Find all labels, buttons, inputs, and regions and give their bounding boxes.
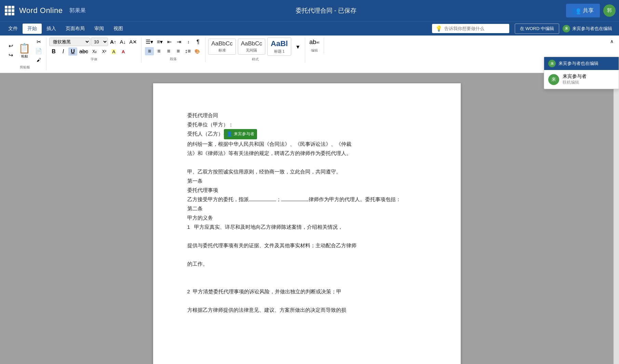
doc-line-principle: 甲、乙双方按照诚实信用原则，经协商一致，立此合同，共同遵守。: [187, 167, 427, 176]
show-marks-button[interactable]: ¶: [193, 38, 202, 46]
align-left-button[interactable]: ≡: [145, 47, 154, 55]
user-avatar[interactable]: 郭: [603, 4, 616, 17]
align-center-button[interactable]: ≡: [154, 47, 163, 55]
cut-button[interactable]: ✂: [34, 38, 43, 46]
menu-insert[interactable]: 插入: [42, 24, 61, 34]
guest-avatar-small: 来: [563, 25, 570, 32]
bold-button[interactable]: B: [49, 47, 58, 56]
tell-me-box[interactable]: 💡: [432, 24, 509, 33]
guest-dropdown: 来 来宾参与者也在编辑 来 来宾参与者 联机编辑: [544, 57, 619, 89]
blank-lawyer1: [249, 201, 276, 201]
doc-line-partyB: 受托人（乙方）👤来宾参与者: [187, 129, 427, 139]
style-no-gap-preview: AaBbCc: [241, 40, 262, 47]
numbered-list-button[interactable]: ≡▾: [155, 38, 164, 46]
guest-cursor-label: 来宾参与者: [234, 130, 254, 138]
doc-page: 委托代理合同 委托单位（甲方）： 受托人（乙方）👤来宾参与者 的纠纷一案，根据中…: [153, 83, 461, 364]
line-spacing-button[interactable]: ↕≡: [183, 47, 192, 55]
style-heading1[interactable]: AaBl 标题 1: [267, 38, 291, 56]
styles-group-label: 样式: [252, 56, 259, 62]
increase-font-button[interactable]: A↑: [109, 38, 118, 46]
justify-button[interactable]: ≡: [174, 47, 183, 55]
styles-expand-button[interactable]: ▾: [293, 42, 302, 52]
collapse-ribbon-button[interactable]: ∧: [607, 38, 616, 45]
guest-editor-label: 来宾参与者也在编辑: [572, 26, 612, 32]
font-group-label: 字体: [91, 56, 97, 62]
doc-line-empty2: [187, 232, 427, 241]
font-name-select[interactable]: 微软雅黑: [49, 38, 90, 46]
doc-line-empty4: [187, 268, 427, 278]
doc-line-title: 委托代理合同: [187, 111, 427, 120]
guest-info: 来宾参与者 联机编辑: [563, 73, 587, 85]
style-no-gap-label: 无间隔: [246, 48, 257, 53]
superscript-button[interactable]: X²: [100, 48, 109, 55]
doc-line-duty-title: 甲方的义务: [187, 213, 427, 222]
increase-indent-button[interactable]: ⇥: [174, 38, 183, 46]
menu-review[interactable]: 审阅: [90, 24, 109, 34]
doc-outer: 委托代理合同 委托单位（甲方）： 受托人（乙方）👤来宾参与者 的纠纷一案，根据中…: [0, 73, 619, 364]
menu-file[interactable]: 文件: [3, 24, 23, 34]
guest-header-label: 来宾参与者也在编辑: [559, 60, 598, 67]
copy-button[interactable]: 📄: [34, 47, 43, 55]
doc-line-work: 的工作。: [187, 259, 427, 268]
guest-role: 联机编辑: [563, 80, 587, 85]
editing-group-label: 编辑: [311, 47, 318, 54]
undo-button[interactable]: ↩: [6, 42, 15, 50]
bullet-list-button[interactable]: ☰▾: [144, 38, 154, 46]
doc-line-matter-title: 委托代理事项: [187, 185, 427, 195]
ribbon-group-styles: AaBbCc 标准 AaBbCc 无间隔 AaBl 标题 1 ▾ 样式: [205, 38, 305, 62]
doc-line-empty1: [187, 158, 427, 167]
paste-button[interactable]: 📋 粘贴: [16, 41, 32, 60]
paste-icon: 📋: [18, 43, 30, 54]
clipboard-label: 剪贴板: [20, 64, 30, 70]
ribbon-group-undo: ↩ ↪ 📋 粘贴 ✂ 📄 🖌 剪贴板: [3, 38, 46, 70]
doc-content[interactable]: 委托代理合同 委托单位（甲方）： 受托人（乙方）👤来宾参与者 的纠纷一案，根据中…: [187, 111, 427, 314]
decrease-indent-button[interactable]: ⇤: [165, 38, 174, 46]
italic-button[interactable]: I: [59, 47, 68, 56]
clear-format-button[interactable]: A✕: [128, 38, 138, 46]
doc-line-appoint: 乙方接受甲方的委托，指派；律师作为甲方的代理人。委托事项包括：: [187, 195, 427, 204]
menu-page-layout[interactable]: 页面布局: [61, 24, 90, 34]
guest-editor-button[interactable]: 来 来宾参与者也在编辑: [559, 24, 616, 34]
font-size-select[interactable]: 10: [91, 38, 108, 46]
style-heading1-preview: AaBl: [271, 39, 288, 48]
redo-button[interactable]: ↪: [6, 51, 15, 59]
waffle-menu-button[interactable]: [3, 4, 16, 17]
underline-button[interactable]: U: [68, 47, 77, 56]
subscript-button[interactable]: X₂: [90, 48, 99, 55]
tell-me-input[interactable]: [444, 26, 506, 31]
guest-item[interactable]: 来 来宾参与者 联机编辑: [544, 70, 619, 89]
ribbon-group-paragraph: ☰▾ ≡▾ ⇤ ⇥ ↕ ¶ ≡ ≡ ≡ ≡ ↕≡ 🎨 段落: [142, 38, 205, 62]
menu-bar: 文件 开始 插入 页面布局 审阅 视图 💡 在 WORD 中编辑 来 来宾参与者…: [0, 21, 619, 36]
align-right-button[interactable]: ≡: [164, 47, 173, 55]
ribbon-group-editing: abac 编辑: [305, 38, 324, 54]
paste-label: 粘贴: [21, 54, 28, 59]
guest-header-avatar: 来: [548, 60, 556, 67]
menu-home[interactable]: 开始: [23, 24, 42, 34]
highlight-button[interactable]: A: [109, 48, 118, 55]
doc-line-article2: 第二条: [187, 204, 427, 213]
doc-line-provide: 提供与委托代理事项有关的证据、文件及其他事实材料；主动配合乙方律师: [187, 241, 427, 250]
format-painter-button[interactable]: 🖌: [34, 56, 43, 64]
doc-area[interactable]: 委托代理合同 委托单位（甲方）： 受托人（乙方）👤来宾参与者 的纠纷一案，根据中…: [0, 73, 614, 364]
doc-line-empty5: [187, 278, 427, 287]
ribbon-group-font: 微软雅黑 10 A↑ A↓ A✕ B I U abc X₂ X² A: [46, 38, 142, 62]
title-bar: Word Online 郭果果 委托代理合同 - 已保存 👥 共享 郭: [0, 0, 619, 21]
style-standard[interactable]: AaBbCc 标准: [208, 39, 236, 55]
style-no-gap[interactable]: AaBbCc 无间隔: [238, 39, 265, 55]
guest-cursor-icon: 👤: [227, 130, 232, 138]
font-color-button[interactable]: A: [119, 48, 128, 55]
strikethrough-button[interactable]: abc: [78, 47, 90, 56]
shading-button[interactable]: 🎨: [193, 47, 202, 55]
doc-line-empty6: [187, 296, 427, 305]
decrease-font-button[interactable]: A↓: [118, 38, 127, 46]
doc-line-partyA: 委托单位（甲方）：: [187, 120, 427, 129]
replace-button[interactable]: abac: [308, 38, 321, 47]
share-button[interactable]: 👥 共享: [566, 4, 600, 17]
edit-in-word-button[interactable]: 在 WORD 中编辑: [515, 24, 559, 34]
sort-button[interactable]: ↕: [184, 38, 193, 46]
doc-line-duty1: 1 甲方应真实、详尽和及时地向乙方律师陈述案情，介绍相关情况，: [187, 222, 427, 232]
menu-view[interactable]: 视图: [109, 24, 128, 34]
doc-line-duty2: 2 甲方清楚委托代理事项的诉讼风险，并做出独立的判断或决策；甲: [187, 287, 427, 296]
vertical-scrollbar[interactable]: [614, 73, 619, 364]
style-standard-preview: AaBbCc: [211, 40, 232, 47]
